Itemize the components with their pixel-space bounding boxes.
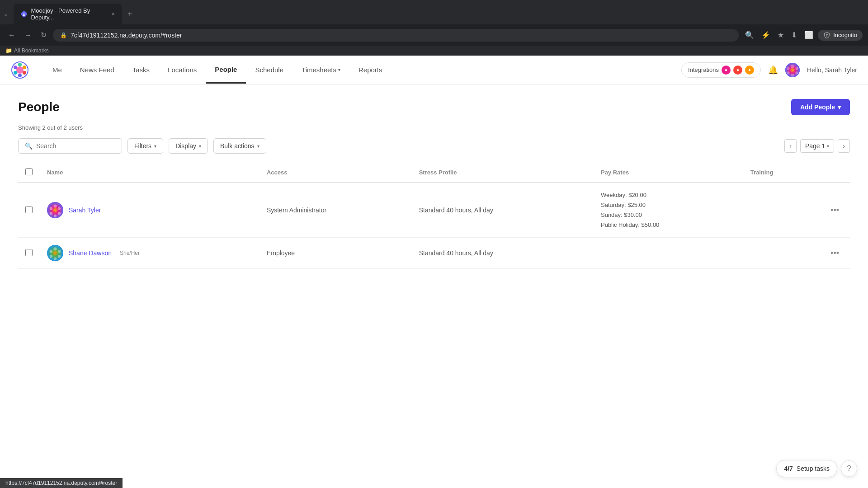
nav-reports[interactable]: Reports	[349, 57, 392, 83]
new-tab-btn[interactable]: +	[124, 8, 136, 21]
add-people-dropdown-icon: ▾	[838, 103, 841, 111]
notifications-bell-icon[interactable]: 🔔	[768, 65, 778, 75]
tab-close-btn[interactable]: ×	[112, 11, 115, 17]
nav-timesheets[interactable]: Timesheets ▾	[292, 57, 349, 83]
svg-point-12	[795, 67, 798, 70]
row-2-checkbox[interactable]	[25, 249, 33, 256]
row-1-checkbox[interactable]	[25, 206, 33, 213]
next-page-btn[interactable]: ›	[838, 139, 850, 153]
download-icon[interactable]: ⬇	[788, 28, 800, 42]
svg-point-13	[795, 71, 798, 74]
row-2-name-cell: Shane Dawson She/Her	[40, 238, 259, 269]
setup-tasks-label: Setup tasks	[797, 465, 830, 472]
svg-point-3	[16, 66, 24, 74]
search-input[interactable]	[36, 142, 115, 150]
tab-favicon: D	[21, 10, 27, 18]
integrations-label: Integrations	[688, 66, 719, 73]
nav-tasks[interactable]: Tasks	[123, 57, 159, 83]
select-all-header	[18, 163, 40, 183]
nav-schedule[interactable]: Schedule	[246, 57, 292, 83]
avatar-sarah	[47, 202, 63, 218]
back-btn[interactable]: ←	[5, 29, 18, 41]
row-2-training-cell	[743, 238, 820, 269]
nav-items: Me News Feed Tasks Locations People Sche…	[43, 56, 681, 84]
refresh-btn[interactable]: ↻	[38, 29, 49, 41]
help-button[interactable]: ?	[841, 460, 857, 477]
browser-tab-bar: ⌄ D Moodjoy - Powered By Deputy... × +	[0, 0, 868, 24]
row-2-pay-rates-cell	[594, 238, 743, 269]
page-header: People Add People ▾	[18, 99, 850, 115]
active-tab[interactable]: D Moodjoy - Powered By Deputy... ×	[14, 4, 122, 24]
prev-page-btn[interactable]: ‹	[784, 139, 797, 153]
person-cell-sarah: Sarah Tyler	[47, 202, 252, 218]
search-box[interactable]: 🔍	[18, 138, 122, 154]
extension-icon[interactable]: ⚡	[759, 28, 773, 42]
split-screen-icon[interactable]: ⬜	[802, 28, 816, 42]
nav-people[interactable]: People	[206, 56, 246, 84]
integrations-btn[interactable]: Integrations ● ● ●	[681, 62, 761, 78]
select-all-checkbox[interactable]	[25, 168, 33, 175]
svg-point-21	[54, 215, 57, 217]
row-1-checkbox-cell	[18, 183, 40, 238]
stress-profile-column-header: Stress Profile	[412, 163, 594, 183]
table-row: Sarah Tyler System Administrator Standar…	[18, 183, 850, 238]
pagination: ‹ Page 1 ▾ ›	[784, 139, 850, 153]
svg-point-22	[50, 212, 52, 215]
nav-me[interactable]: Me	[43, 57, 71, 83]
row-2-access-cell: Employee	[259, 238, 412, 269]
access-text-shane: Employee	[267, 249, 295, 257]
setup-widget: 4/7 Setup tasks ?	[776, 460, 857, 477]
person-cell-shane: Shane Dawson She/Her	[47, 245, 252, 261]
filters-button[interactable]: Filters ▾	[127, 138, 163, 154]
nav-right: Integrations ● ● ● 🔔	[681, 62, 857, 78]
timesheets-chevron-icon: ▾	[338, 67, 340, 72]
search-extension-icon[interactable]: 🔍	[742, 28, 757, 42]
svg-point-8	[14, 71, 17, 75]
person-name-shane[interactable]: Shane Dawson	[69, 249, 112, 257]
incognito-icon	[823, 32, 830, 39]
incognito-badge: Incognito	[818, 30, 863, 41]
bulk-actions-chevron-icon: ▾	[257, 144, 259, 149]
svg-point-28	[54, 258, 57, 260]
row-1-more-btn[interactable]: •••	[827, 204, 843, 217]
access-text-sarah: System Administrator	[267, 206, 326, 214]
pay-rate-saturday: Saturday: $25.00	[601, 200, 736, 210]
integration-dot-1: ●	[722, 66, 731, 75]
showing-text: Showing 2 out of 2 users	[18, 124, 850, 131]
svg-point-18	[53, 205, 57, 208]
row-1-pay-rates-cell: Weekday: $20.00 Saturday: $25.00 Sunday:…	[594, 183, 743, 238]
svg-point-15	[787, 71, 789, 74]
help-icon: ?	[847, 465, 851, 473]
bookmark-icon[interactable]: ★	[775, 28, 787, 42]
page-indicator[interactable]: Page 1 ▾	[800, 139, 834, 153]
svg-point-30	[50, 250, 52, 253]
bookmarks-label[interactable]: All Bookmarks	[14, 47, 49, 54]
people-table: Name Access Stress Profile Pay Rates Tra…	[18, 163, 850, 269]
display-button[interactable]: Display ▾	[169, 138, 208, 154]
nav-locations[interactable]: Locations	[159, 57, 206, 83]
bulk-actions-button[interactable]: Bulk actions ▾	[213, 138, 266, 154]
row-2-more-btn[interactable]: •••	[827, 247, 843, 260]
browser-toolbar: ← → ↻ 🔒 7cf47d19112152.na.deputy.com/#ro…	[0, 24, 868, 46]
address-bar[interactable]: 🔒 7cf47d19112152.na.deputy.com/#roster	[53, 29, 739, 42]
app-logo[interactable]	[11, 61, 29, 79]
tab-dropdown-btn[interactable]: ⌄	[4, 11, 8, 17]
person-pronoun-shane: She/Her	[120, 250, 140, 256]
row-1-access-cell: System Administrator	[259, 183, 412, 238]
add-people-button[interactable]: Add People ▾	[791, 99, 850, 115]
setup-tasks-button[interactable]: 4/7 Setup tasks	[776, 460, 837, 477]
svg-point-20	[58, 212, 61, 215]
row-1-actions-cell: •••	[820, 183, 850, 238]
page-label: Page 1	[805, 142, 825, 150]
person-name-sarah[interactable]: Sarah Tyler	[69, 206, 101, 214]
svg-point-4	[18, 63, 22, 66]
svg-point-16	[787, 67, 789, 70]
svg-point-19	[58, 207, 61, 210]
nav-newsfeed[interactable]: News Feed	[71, 57, 123, 83]
forward-btn[interactable]: →	[22, 29, 34, 41]
bulk-actions-label: Bulk actions	[220, 142, 254, 150]
status-bar: https://7cf47d19112152.na.deputy.com/#ro…	[0, 478, 123, 488]
integration-dot-2: ●	[733, 66, 742, 75]
user-avatar[interactable]	[785, 63, 800, 77]
user-greeting: Hello, Sarah Tyler	[807, 66, 857, 74]
